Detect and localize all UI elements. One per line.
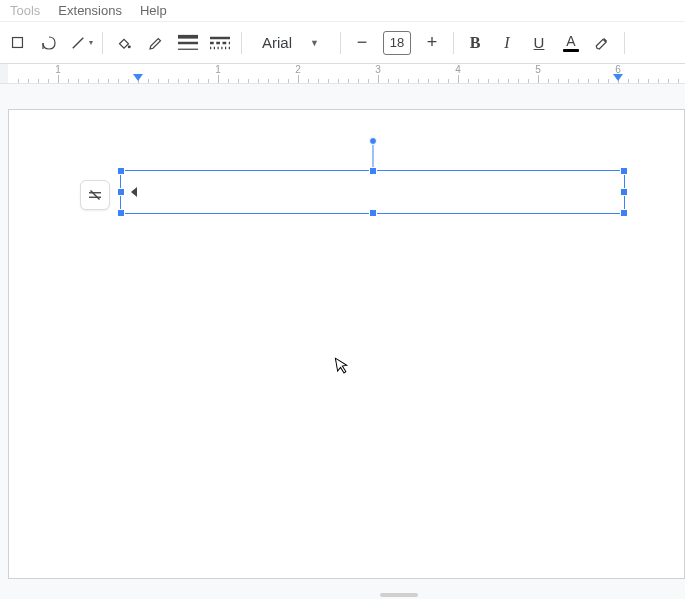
ruler-label: 4 xyxy=(455,64,461,75)
resize-handle-w[interactable] xyxy=(117,188,125,196)
page-drag-handle[interactable] xyxy=(380,593,418,597)
line-tool-icon[interactable]: ▾ xyxy=(66,28,96,58)
highlight-color-button[interactable] xyxy=(588,28,618,58)
svg-rect-0 xyxy=(12,38,22,48)
svg-point-3 xyxy=(128,45,131,48)
text-wrap-button[interactable] xyxy=(80,180,110,210)
toolbar: ▾ Arial ▼ − + B I U A xyxy=(0,22,685,64)
menu-tools[interactable]: Tools xyxy=(10,3,40,18)
ruler-label: 2 xyxy=(295,64,301,75)
separator xyxy=(453,32,454,54)
rotation-connector xyxy=(372,143,373,167)
horizontal-ruler[interactable]: 1123456 xyxy=(0,64,685,84)
resize-handle-e[interactable] xyxy=(620,188,628,196)
ruler-label: 3 xyxy=(375,64,381,75)
menu-help[interactable]: Help xyxy=(140,3,167,18)
font-size-control: − + xyxy=(347,28,447,58)
separator xyxy=(340,32,341,54)
resize-handle-s[interactable] xyxy=(369,209,377,217)
shape-circle-icon[interactable] xyxy=(34,28,64,58)
bold-button[interactable]: B xyxy=(460,28,490,58)
increase-font-size-button[interactable]: + xyxy=(417,28,447,58)
resize-handle-sw[interactable] xyxy=(117,209,125,217)
border-dash-icon[interactable] xyxy=(205,28,235,58)
text-color-button[interactable]: A xyxy=(556,28,586,58)
selected-text-box[interactable] xyxy=(120,170,625,214)
menubar: Tools Extensions Help xyxy=(0,0,685,22)
font-family-select[interactable]: Arial ▼ xyxy=(248,28,334,58)
text-caret-indicator xyxy=(131,187,137,197)
separator xyxy=(102,32,103,54)
chevron-down-icon: ▼ xyxy=(310,38,319,48)
svg-line-2 xyxy=(73,37,84,48)
italic-button[interactable]: I xyxy=(492,28,522,58)
separator xyxy=(624,32,625,54)
font-family-label: Arial xyxy=(262,34,292,51)
border-color-icon[interactable] xyxy=(141,28,171,58)
border-weight-icon[interactable] xyxy=(173,28,203,58)
rotation-handle[interactable] xyxy=(369,137,377,145)
font-size-input[interactable] xyxy=(383,31,411,55)
decrease-font-size-button[interactable]: − xyxy=(347,28,377,58)
resize-handle-nw[interactable] xyxy=(117,167,125,175)
resize-handle-ne[interactable] xyxy=(620,167,628,175)
svg-line-12 xyxy=(91,191,100,200)
resize-handle-n[interactable] xyxy=(369,167,377,175)
text-color-bar xyxy=(563,49,579,52)
fill-color-icon[interactable] xyxy=(109,28,139,58)
ruler-label: 1 xyxy=(215,64,221,75)
canvas[interactable] xyxy=(0,84,685,599)
separator xyxy=(241,32,242,54)
shape-square-icon[interactable] xyxy=(2,28,32,58)
menu-extensions[interactable]: Extensions xyxy=(58,3,122,18)
ruler-label: 1 xyxy=(55,64,61,75)
ruler-label: 5 xyxy=(535,64,541,75)
indent-right-marker[interactable] xyxy=(613,74,623,81)
resize-handle-se[interactable] xyxy=(620,209,628,217)
indent-left-marker[interactable] xyxy=(133,74,143,81)
underline-button[interactable]: U xyxy=(524,28,554,58)
